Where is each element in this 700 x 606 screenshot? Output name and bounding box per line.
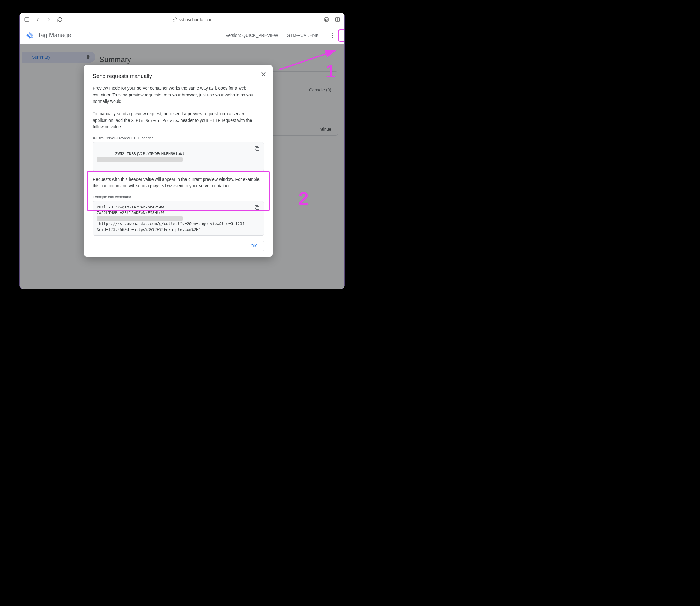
redacted-segment xyxy=(97,216,183,221)
modal-paragraph-2: To manually send a preview request, or t… xyxy=(93,111,264,131)
redacted-segment xyxy=(97,158,183,162)
version-label: Version: QUICK_PREVIEW xyxy=(226,33,278,38)
more-menu-button[interactable] xyxy=(327,30,338,41)
app-title: Tag Manager xyxy=(38,32,73,39)
container-id[interactable]: GTM-PCVDHNK xyxy=(287,33,319,38)
svg-point-4 xyxy=(327,19,327,19)
close-button[interactable] xyxy=(260,71,267,78)
modal-title: Send requests manually xyxy=(93,73,264,79)
url-text: sst.usehardal.com xyxy=(179,17,214,22)
svg-point-3 xyxy=(325,19,326,19)
svg-rect-2 xyxy=(325,18,328,22)
url-display[interactable]: sst.usehardal.com xyxy=(68,17,318,22)
ok-button[interactable]: OK xyxy=(244,241,264,251)
curl-command-box: curl -H 'x-gtm-server-preview: ZW52LTN8R… xyxy=(93,201,264,236)
svg-rect-9 xyxy=(256,207,259,210)
sidebar-toggle-icon[interactable] xyxy=(24,17,29,22)
app-header: Tag Manager Version: QUICK_PREVIEW GTM-P… xyxy=(20,26,345,44)
forward-icon xyxy=(46,17,52,22)
modal-paragraph-1: Preview mode for your server container w… xyxy=(93,85,264,105)
copy-curl-button[interactable] xyxy=(250,202,264,211)
browser-window: sst.usehardal.com Tag Manager Version: Q… xyxy=(19,13,345,289)
browser-toolbar: sst.usehardal.com xyxy=(20,13,345,26)
http-header-value[interactable]: ZW52LTN8RjV2RlY5WDFoNkFMSHluWl xyxy=(93,142,250,171)
http-header-label: X-Gtm-Server-Preview HTTP header xyxy=(93,136,264,140)
modal-paragraph-3: Requests with this header value will app… xyxy=(93,176,264,189)
tag-manager-logo-icon xyxy=(26,31,34,39)
link-icon xyxy=(172,18,177,22)
http-header-value-box: ZW52LTN8RjV2RlY5WDFoNkFMSHluWl xyxy=(93,142,264,171)
curl-label: Example curl command xyxy=(93,195,264,199)
svg-rect-8 xyxy=(256,148,259,151)
tabs-icon[interactable] xyxy=(335,17,340,22)
extensions-icon[interactable] xyxy=(324,17,329,22)
back-icon[interactable] xyxy=(35,17,41,22)
svg-point-7 xyxy=(31,36,33,38)
svg-rect-0 xyxy=(25,18,29,22)
reload-icon[interactable] xyxy=(57,17,63,22)
curl-command[interactable]: curl -H 'x-gtm-server-preview: ZW52LTN8R… xyxy=(93,202,250,235)
copy-header-button[interactable] xyxy=(250,142,264,152)
send-requests-modal: Send requests manually Preview mode for … xyxy=(84,65,273,257)
